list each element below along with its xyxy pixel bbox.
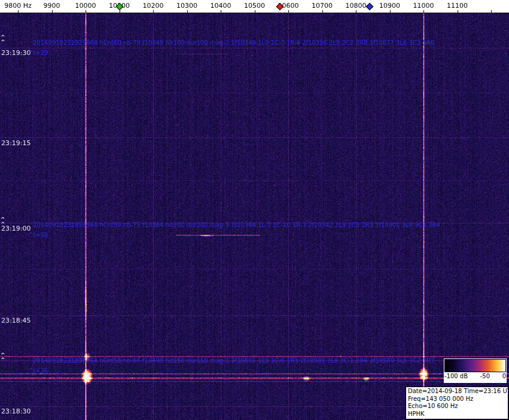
freq-tick-label: 11000 bbox=[413, 2, 434, 10]
event-edge-marker-icon: ^ ^ bbox=[1, 35, 5, 44]
event-time-offset: ^t+29 bbox=[28, 50, 48, 56]
freq-tick bbox=[86, 10, 86, 13]
freq-tick-label: 10500 bbox=[244, 2, 265, 10]
colorbar-label-mid: -50 bbox=[480, 373, 490, 379]
event-annotation: 20140918231929668 hCnt60 nb-79 f10349 hi… bbox=[33, 39, 434, 46]
info-box: Date=2014-09-18 Time=23:16 UTC Freq=143 … bbox=[406, 387, 508, 419]
freq-tick bbox=[52, 10, 53, 13]
freq-tick-label: 9800 Hz bbox=[4, 2, 32, 10]
freq-tick bbox=[356, 10, 356, 13]
freq-tick-label: 10300 bbox=[176, 2, 197, 10]
colorbar-gradient bbox=[444, 359, 506, 372]
event-annotation: 20140918231836264 hCnt58 nb-66 f10499 hi… bbox=[33, 357, 435, 364]
time-label: 23:19:15 bbox=[1, 139, 31, 147]
info-line-frequency: Freq=143 050 000 Hz bbox=[408, 396, 506, 403]
colorbar-label-max: 0 bbox=[502, 373, 506, 379]
colorbar-label-min: -100 dB bbox=[444, 373, 468, 379]
event-edge-marker-icon: ^ ^ bbox=[1, 217, 5, 226]
colorbar: -100 dB -50 0 bbox=[444, 358, 507, 383]
info-line-station: HPHK bbox=[408, 410, 506, 418]
time-label: 23:18:45 bbox=[1, 317, 31, 324]
freq-tick-label: 10400 bbox=[211, 2, 231, 10]
freq-tick bbox=[322, 10, 323, 13]
freq-tick bbox=[458, 10, 458, 13]
freq-tick bbox=[390, 10, 391, 13]
freq-tick bbox=[18, 10, 19, 13]
time-label: 23:18:30 bbox=[1, 407, 31, 415]
event-edge-marker-icon: ^ ^ bbox=[1, 352, 5, 362]
freq-tick bbox=[288, 10, 289, 13]
freq-tick bbox=[153, 10, 154, 13]
freq-tick-label: 9900 bbox=[44, 2, 60, 10]
freq-tick-label: 10700 bbox=[312, 2, 333, 10]
freq-tick-label: 10900 bbox=[379, 2, 400, 10]
freq-tick bbox=[221, 10, 221, 13]
frequency-axis: 9800 Hz990010000101001020010300104001050… bbox=[0, 0, 509, 13]
freq-tick bbox=[423, 10, 424, 13]
spectrogram-app: 9800 Hz990010000101001020010300104001050… bbox=[0, 0, 509, 420]
colorbar-labels: -100 dB -50 0 bbox=[444, 373, 506, 379]
freq-tick bbox=[255, 10, 255, 13]
time-label: 23:19:30 bbox=[1, 49, 31, 57]
event-time-offset: ^t+36 bbox=[28, 367, 48, 374]
info-line-datetime: Date=2014-09-18 Time=23:16 UTC bbox=[408, 388, 506, 396]
event-time-offset: ^t+58 bbox=[28, 232, 48, 238]
blue-freq-marker-icon[interactable] bbox=[365, 3, 373, 11]
freq-tick-label: 10000 bbox=[75, 2, 96, 10]
freq-tick-label: 10800 bbox=[346, 2, 367, 10]
freq-tick bbox=[491, 10, 492, 13]
info-line-echo: Echo=10 600 Hz bbox=[408, 403, 506, 410]
time-label: 23:19:00 bbox=[1, 225, 31, 232]
event-annotation: 20140918231858964 hCnt59 nb-75 f10364 hi… bbox=[33, 222, 440, 228]
freq-tick bbox=[187, 10, 188, 13]
freq-tick-label: 10200 bbox=[143, 2, 164, 10]
freq-tick-label: 11100 bbox=[447, 2, 468, 10]
